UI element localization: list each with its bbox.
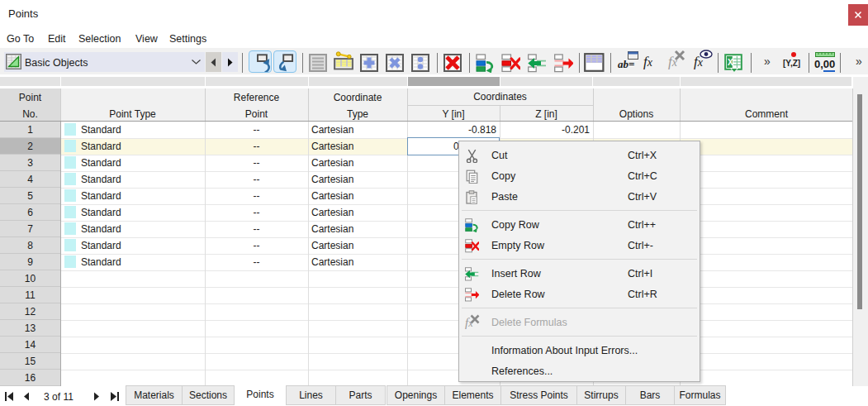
- svg-text:X: X: [728, 58, 733, 67]
